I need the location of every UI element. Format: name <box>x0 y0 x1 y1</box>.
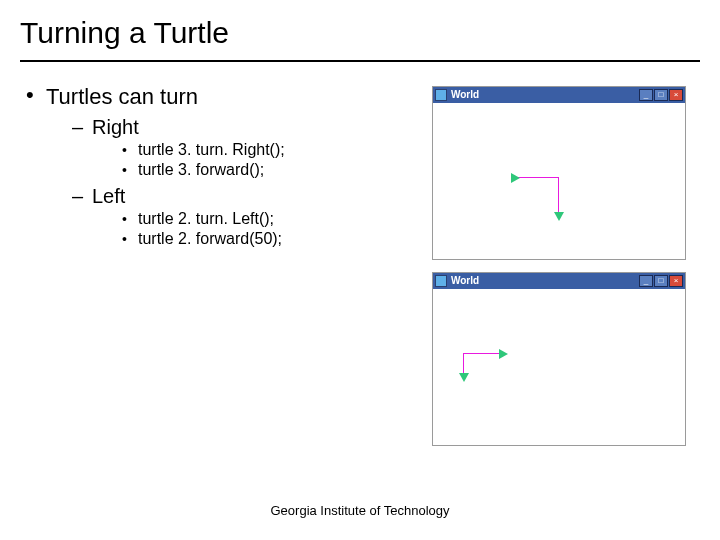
window-title: World <box>451 87 638 103</box>
canvas-right <box>433 103 685 259</box>
maximize-button[interactable]: □ <box>654 89 668 101</box>
content-block: Turtles can turn Right turtle 3. turn. R… <box>20 84 420 254</box>
bullet-right-code2: turtle 3. forward(); <box>118 161 420 179</box>
title-underline <box>20 60 700 62</box>
turtle-icon <box>554 212 564 221</box>
world-window-right: World _ □ × <box>432 86 686 260</box>
titlebar: World _ □ × <box>433 87 685 103</box>
trail-segment <box>558 177 559 217</box>
close-button[interactable]: × <box>669 89 683 101</box>
maximize-button[interactable]: □ <box>654 275 668 287</box>
trail-segment <box>517 177 559 178</box>
bullet-left-code2: turtle 2. forward(50); <box>118 230 420 248</box>
page-title: Turning a Turtle <box>20 16 700 50</box>
bullet-left-code1: turtle 2. turn. Left(); <box>118 210 420 228</box>
window-title: World <box>451 273 638 289</box>
bullet-right-code1: turtle 3. turn. Right(); <box>118 141 420 159</box>
app-icon <box>435 89 447 101</box>
bullet-left: Left turtle 2. turn. Left(); turtle 2. f… <box>68 185 420 248</box>
close-button[interactable]: × <box>669 275 683 287</box>
world-window-left: World _ □ × <box>432 272 686 446</box>
canvas-left <box>433 289 685 445</box>
bullet-main-text: Turtles can turn <box>46 84 198 109</box>
footer-text: Georgia Institute of Technology <box>0 503 720 518</box>
bullet-left-label: Left <box>92 185 125 207</box>
turtle-icon <box>511 173 520 183</box>
bullet-main: Turtles can turn Right turtle 3. turn. R… <box>20 84 420 248</box>
bullet-right-label: Right <box>92 116 139 138</box>
minimize-button[interactable]: _ <box>639 275 653 287</box>
turtle-icon <box>459 373 469 382</box>
title-block: Turning a Turtle <box>20 16 700 54</box>
turtle-icon <box>499 349 508 359</box>
bullet-right: Right turtle 3. turn. Right(); turtle 3.… <box>68 116 420 179</box>
slide: Turning a Turtle Turtles can turn Right … <box>0 0 720 540</box>
minimize-button[interactable]: _ <box>639 89 653 101</box>
app-icon <box>435 275 447 287</box>
titlebar: World _ □ × <box>433 273 685 289</box>
